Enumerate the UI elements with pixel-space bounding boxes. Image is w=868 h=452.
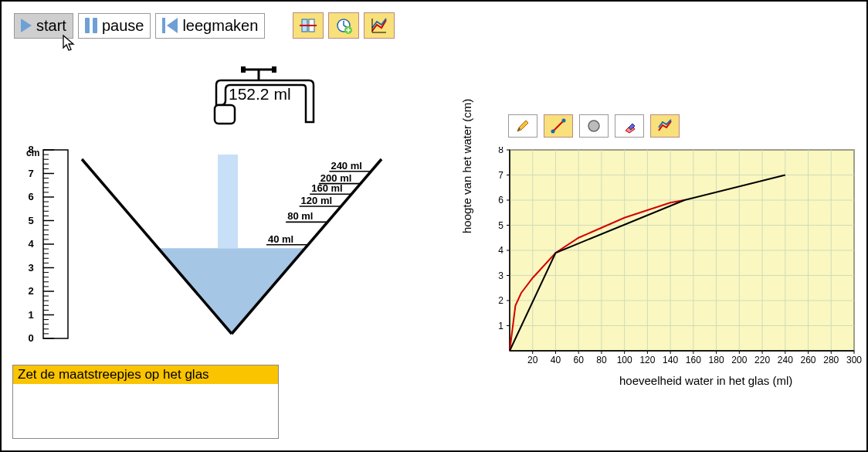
svg-rect-13 [241, 66, 246, 73]
ruler: cm876543210 [25, 145, 68, 343]
pencil-tool-button[interactable] [508, 114, 537, 138]
svg-text:220: 220 [754, 355, 770, 365]
chart-ylabel: hoogte van het water (cm) [460, 99, 473, 233]
status-box: Zet de maatstreepjes op het glas [12, 365, 279, 439]
line-icon [551, 118, 566, 134]
eraser-icon [622, 118, 637, 134]
svg-marker-68 [158, 248, 305, 334]
pause-icon [85, 18, 97, 33]
svg-text:260: 260 [801, 355, 816, 365]
faucet [209, 63, 332, 159]
chart-icon [371, 17, 388, 34]
svg-text:280: 280 [823, 355, 839, 365]
chart-icon [657, 118, 673, 134]
chart-xlabel: hoeveelheid water in het glas (ml) [619, 374, 792, 387]
svg-text:40: 40 [551, 355, 561, 365]
status-message: Zet de maatstreepjes op het glas [13, 365, 278, 384]
svg-rect-15 [215, 105, 235, 124]
graph-options-button[interactable] [650, 114, 680, 138]
svg-text:6: 6 [28, 191, 33, 202]
svg-text:7: 7 [498, 170, 504, 181]
svg-line-71 [232, 159, 381, 334]
svg-text:160: 160 [686, 355, 701, 365]
svg-text:4: 4 [498, 245, 504, 256]
glass-config-icon [300, 17, 317, 34]
start-label: start [36, 17, 66, 35]
svg-text:80: 80 [596, 355, 607, 365]
svg-text:180: 180 [709, 355, 724, 365]
rewind-icon [162, 18, 178, 33]
glass-config-button[interactable] [293, 12, 324, 39]
svg-text:200: 200 [731, 355, 747, 365]
svg-text:6: 6 [498, 195, 504, 206]
reset-label: leegmaken [182, 17, 258, 35]
svg-text:240: 240 [778, 355, 793, 365]
svg-text:1: 1 [498, 321, 504, 331]
svg-text:5: 5 [28, 215, 33, 226]
svg-rect-14 [272, 66, 276, 73]
svg-text:3: 3 [28, 262, 33, 274]
graph-config-button[interactable] [364, 12, 395, 39]
svg-text:240 ml: 240 ml [331, 160, 361, 172]
svg-text:2: 2 [498, 295, 504, 306]
reset-button[interactable]: leegmaken [155, 13, 265, 39]
svg-text:1: 1 [28, 309, 33, 321]
svg-text:80 ml: 80 ml [287, 210, 313, 222]
svg-text:0: 0 [28, 332, 33, 344]
svg-text:100: 100 [617, 355, 632, 365]
start-button[interactable]: start [14, 13, 73, 39]
svg-line-70 [82, 159, 232, 334]
chart[interactable]: 2040608010012014016018020022024026028030… [491, 147, 862, 374]
svg-text:20: 20 [527, 355, 538, 365]
pause-label: pause [102, 17, 144, 35]
svg-point-88 [562, 119, 566, 123]
svg-text:4: 4 [28, 238, 34, 250]
line-tool-button[interactable] [544, 114, 573, 138]
svg-rect-69 [218, 155, 238, 248]
svg-text:60: 60 [574, 355, 585, 365]
svg-text:5: 5 [498, 220, 504, 231]
svg-text:120: 120 [639, 355, 655, 365]
svg-text:40 ml: 40 ml [268, 233, 293, 245]
play-icon [21, 19, 32, 32]
point-icon [586, 118, 602, 134]
point-tool-button[interactable] [579, 114, 609, 138]
svg-point-87 [551, 130, 555, 134]
clock-plus-icon [335, 17, 352, 34]
svg-text:8: 8 [28, 145, 33, 155]
svg-text:120 ml: 120 ml [301, 195, 332, 206]
svg-line-86 [553, 121, 564, 131]
svg-text:300: 300 [846, 355, 862, 365]
svg-text:160 ml: 160 ml [311, 182, 342, 194]
pause-button[interactable]: pause [78, 13, 151, 39]
svg-text:3: 3 [498, 270, 504, 281]
pencil-icon [515, 118, 531, 134]
svg-text:8: 8 [498, 147, 504, 155]
volume-readout: 152.2 ml [229, 85, 291, 104]
svg-text:140: 140 [663, 355, 678, 365]
eraser-tool-button[interactable] [615, 114, 644, 138]
time-config-button[interactable] [328, 12, 359, 39]
svg-point-89 [588, 121, 599, 131]
svg-text:2: 2 [28, 285, 33, 297]
glass[interactable]: 240 ml200 ml160 ml120 ml80 ml40 ml [77, 155, 386, 338]
svg-text:7: 7 [28, 168, 33, 179]
